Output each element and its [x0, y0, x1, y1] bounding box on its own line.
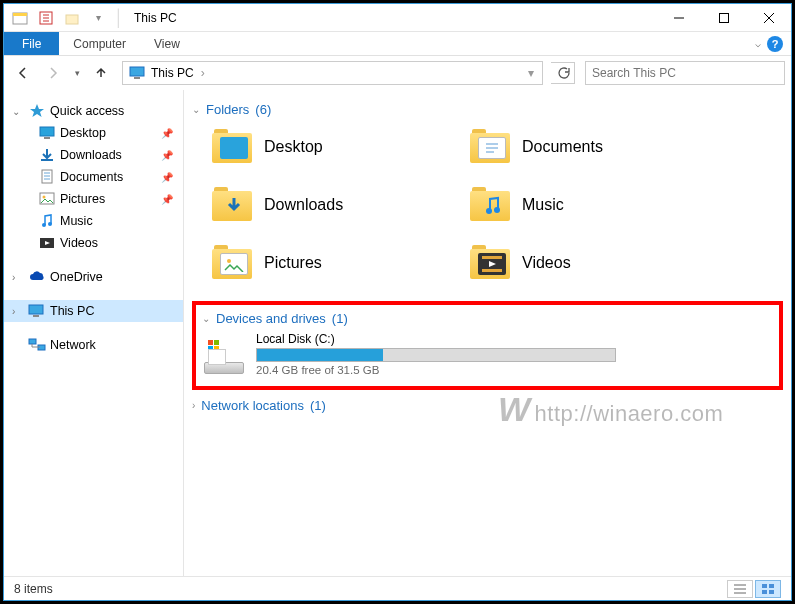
svg-point-12	[43, 196, 46, 199]
ribbon-collapse-icon[interactable]: ⌵	[755, 38, 761, 49]
address-history-icon[interactable]: ▾	[521, 66, 540, 80]
folder-label: Desktop	[264, 138, 323, 156]
folder-label: Music	[522, 196, 564, 214]
nav-music[interactable]: Music	[4, 210, 183, 232]
view-details-button[interactable]	[727, 580, 753, 598]
music-icon	[38, 213, 56, 229]
folder-desktop[interactable]: Desktop	[210, 123, 460, 171]
content-pane: ⌄ Folders (6) Desktop Documents Download…	[184, 90, 791, 576]
nav-desktop[interactable]: Desktop📌	[4, 122, 183, 144]
folder-label: Downloads	[264, 196, 343, 214]
forward-button[interactable]	[40, 60, 66, 86]
pictures-icon	[38, 191, 56, 207]
onedrive-icon	[28, 269, 46, 285]
pin-icon: 📌	[161, 150, 173, 161]
capacity-bar	[256, 348, 616, 362]
chevron-down-icon: ⌄	[202, 313, 210, 324]
svg-rect-17	[33, 315, 39, 317]
recent-dropdown[interactable]: ▾	[70, 60, 84, 86]
status-bar: 8 items	[4, 576, 791, 600]
svg-rect-3	[66, 15, 78, 24]
navigation-pane: ⌄ Quick access Desktop📌 Downloads📌 Docum…	[4, 90, 184, 576]
folder-label: Pictures	[264, 254, 322, 272]
nav-label: Pictures	[60, 192, 105, 206]
address-bar[interactable]: This PC › ▾	[122, 61, 543, 85]
svg-point-14	[48, 222, 52, 226]
nav-pictures[interactable]: Pictures📌	[4, 188, 183, 210]
svg-point-13	[42, 223, 46, 227]
svg-rect-5	[130, 67, 144, 76]
folder-documents[interactable]: Documents	[468, 123, 718, 171]
folder-icon	[210, 185, 254, 225]
folder-icon	[210, 127, 254, 167]
nav-videos[interactable]: Videos	[4, 232, 183, 254]
folder-pictures[interactable]: Pictures	[210, 239, 460, 287]
svg-rect-4	[719, 13, 728, 22]
drive-label: Local Disk (C:)	[256, 332, 773, 346]
up-button[interactable]	[88, 60, 114, 86]
nav-label: Documents	[60, 170, 123, 184]
nav-downloads[interactable]: Downloads📌	[4, 144, 183, 166]
nav-quick-access[interactable]: ⌄ Quick access	[4, 100, 183, 122]
nav-label: Quick access	[50, 104, 124, 118]
refresh-button[interactable]	[551, 62, 575, 84]
window-title: This PC	[124, 11, 177, 25]
ribbon-tabs: File Computer View ⌵ ?	[4, 32, 791, 56]
minimize-button[interactable]	[656, 4, 701, 32]
chevron-right-icon[interactable]: ›	[12, 272, 24, 283]
folder-videos[interactable]: Videos	[468, 239, 718, 287]
pin-icon: 📌	[161, 128, 173, 139]
nav-this-pc[interactable]: ›This PC	[4, 300, 183, 322]
svg-point-20	[486, 208, 492, 214]
address-segment[interactable]: This PC	[151, 66, 194, 80]
help-icon[interactable]: ?	[767, 36, 783, 52]
folder-icon	[468, 185, 512, 225]
nav-label: Network	[50, 338, 96, 352]
quick-access-toolbar: ▾ │	[4, 8, 124, 28]
qat-dropdown-icon[interactable]: ▾	[88, 8, 108, 28]
download-icon	[38, 147, 56, 163]
properties-icon[interactable]	[36, 8, 56, 28]
nav-network[interactable]: ›Network	[4, 334, 183, 356]
nav-row: ▾ This PC › ▾	[4, 56, 791, 90]
svg-rect-23	[482, 256, 502, 259]
svg-point-21	[494, 207, 500, 213]
chevron-down-icon: ⌄	[192, 104, 200, 115]
videos-icon	[38, 235, 56, 251]
nav-label: Videos	[60, 236, 98, 250]
drive-local-disk-c[interactable]: Local Disk (C:) 20.4 GB free of 31.5 GB	[202, 332, 773, 376]
group-drives-header[interactable]: ⌄ Devices and drives (1)	[202, 311, 773, 326]
svg-rect-9	[41, 159, 53, 161]
group-count: (6)	[255, 102, 271, 117]
address-chevron-icon[interactable]: ›	[194, 66, 211, 80]
status-item-count: 8 items	[14, 582, 53, 596]
group-network-header[interactable]: › Network locations (1)	[192, 398, 783, 413]
chevron-right-icon[interactable]: ›	[12, 306, 24, 317]
chevron-down-icon[interactable]: ⌄	[12, 106, 24, 117]
view-tiles-button[interactable]	[755, 580, 781, 598]
drive-free-text: 20.4 GB free of 31.5 GB	[256, 364, 773, 376]
nav-label: Downloads	[60, 148, 122, 162]
folder-music[interactable]: Music	[468, 181, 718, 229]
tab-view[interactable]: View	[140, 32, 194, 55]
nav-documents[interactable]: Documents📌	[4, 166, 183, 188]
maximize-button[interactable]	[701, 4, 746, 32]
star-icon	[28, 103, 46, 119]
new-folder-icon[interactable]	[62, 8, 82, 28]
close-button[interactable]	[746, 4, 791, 32]
nav-onedrive[interactable]: ›OneDrive	[4, 266, 183, 288]
tab-file[interactable]: File	[4, 32, 59, 55]
folder-label: Videos	[522, 254, 571, 272]
network-icon	[28, 337, 46, 353]
group-folders-header[interactable]: ⌄ Folders (6)	[192, 102, 783, 117]
folder-downloads[interactable]: Downloads	[210, 181, 460, 229]
back-button[interactable]	[10, 60, 36, 86]
folder-icon	[468, 243, 512, 283]
tab-computer[interactable]: Computer	[59, 32, 140, 55]
app-icon	[10, 8, 30, 28]
titlebar: ▾ │ This PC	[4, 4, 791, 32]
folder-icon	[210, 243, 254, 283]
svg-rect-16	[29, 305, 43, 314]
folder-icon	[468, 127, 512, 167]
search-input[interactable]	[585, 61, 785, 85]
